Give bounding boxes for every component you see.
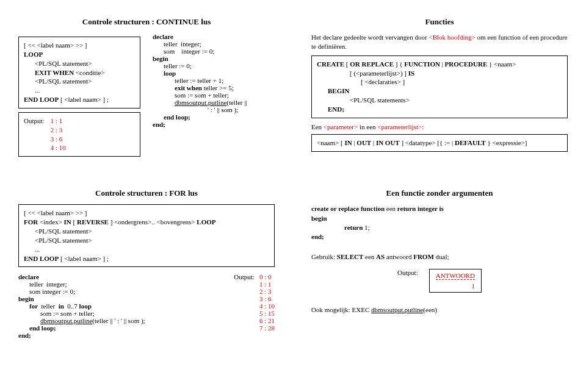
code-line: dbms​output.put​line(teller || ' : ' || …: [40, 317, 215, 324]
syntax-line: END;: [328, 105, 562, 114]
output-box: ANTWOORD 1: [429, 269, 482, 293]
syntax-line: BEGIN: [328, 87, 562, 96]
syntax-line: <PL/SQL statement>: [35, 236, 269, 245]
also-line: Ook mogelijk: EXEC dbms​output.put​line(…: [311, 306, 568, 313]
code-line: teller := 0;: [164, 62, 275, 69]
slide-functies: Functies Het declare gedeelte wordt verv…: [305, 12, 574, 165]
code-block: create or replace function een return in…: [311, 204, 568, 242]
output-value: 1: [436, 282, 475, 290]
output-row: 6 : 21: [259, 317, 275, 324]
syntax-line: FOR <index> IN [ REVERSE ] <ondergrens>.…: [24, 218, 269, 227]
code-line: som integer := 0;: [29, 288, 215, 295]
code-line: exit when teller >= 5;: [175, 84, 275, 91]
output-label: Output:: [397, 269, 418, 276]
code-and-output: declare teller integer; som integer := 0…: [18, 273, 275, 339]
syntax-line: EXIT WHEN <conditie>: [35, 68, 135, 77]
code-line: end;: [153, 121, 275, 128]
syntax-line: <PL/SQL statements>: [350, 96, 562, 105]
output-row: 2 : 3: [51, 126, 66, 135]
slide-for-loop: Controle structuren : FOR lus [ << <labe…: [12, 184, 281, 344]
syntax-box: [ << <label naam> >> ] FOR <index> IN [ …: [18, 204, 275, 267]
output-block: Output: 0 : 0 1 : 1 2 : 3 3 : 6 4 : 10 5…: [234, 273, 275, 332]
code-block: declare teller integer; som integer := 0…: [18, 273, 215, 339]
output-row: 0 : 0: [259, 273, 275, 280]
code-line: end loop;: [164, 113, 275, 121]
code-line: return 1;: [344, 223, 568, 232]
output-values: 1 : 1 2 : 3 3 : 6 4 : 10: [51, 116, 66, 152]
syntax-box: [ << <label naam> >> ] LOOP <PL/SQL stat…: [18, 37, 140, 109]
slide-continue-loop: Controle structuren : CONTINUE lus [ << …: [12, 12, 281, 165]
param-intro: Een <parameter> in een <parameterlijst>:: [311, 123, 568, 130]
code-line: declare: [18, 273, 215, 280]
param-box: <naam> [ IN | OUT | IN OUT ] <datatype> …: [311, 134, 568, 152]
slide-title: Functies: [311, 17, 568, 27]
code-line: create or replace function een return in…: [311, 204, 568, 213]
syntax-line: [ (<parameterlijst>) ] IS: [350, 69, 562, 78]
code-line: teller := teller + 1;: [175, 77, 275, 84]
code-line: end;: [18, 332, 215, 339]
code-line: ' : ' || som );: [208, 106, 275, 113]
output-row: 3 : 6: [51, 135, 66, 144]
slide-title: Controle structuren : FOR lus: [18, 188, 275, 198]
slide-function-noargs: Een functie zonder argumenten create or …: [305, 184, 574, 344]
usage-line: Gebruik: SELECT een AS antwoord FROM dua…: [311, 253, 568, 260]
syntax-line: CREATE [ OR REPLACE ] { FUNCTION | PROCE…: [317, 60, 562, 69]
syntax-line: END LOOP [ <label naam> ] ;: [24, 254, 269, 263]
output-values: 0 : 0 1 : 1 2 : 3 3 : 6 4 : 10 5 : 15 6 …: [259, 273, 275, 332]
slide-title: Een functie zonder argumenten: [311, 188, 568, 198]
output-row: 3 : 6: [259, 295, 275, 302]
code-line: end loop;: [29, 324, 215, 332]
output-row: 2 : 3: [259, 288, 275, 295]
output-row: Output: ANTWOORD 1: [311, 269, 568, 293]
output-label: Output:: [24, 116, 45, 152]
code-line: teller integer;: [29, 280, 215, 288]
syntax-line: END LOOP [ <label naam> ] ;: [24, 95, 135, 104]
page-grid: Controle structuren : CONTINUE lus [ << …: [12, 12, 574, 344]
output-row: 7 : 28: [259, 324, 275, 332]
code-line: end;: [311, 232, 568, 241]
output-row: 1 : 1: [51, 116, 66, 126]
output-box: Output: 1 : 1 2 : 3 3 : 6 4 : 10: [18, 112, 140, 157]
code-line: teller integer;: [164, 40, 275, 48]
code-line: begin: [18, 295, 215, 302]
output-row: 5 : 15: [259, 310, 275, 317]
code-line: som integer := 0;: [164, 48, 275, 55]
code-line: som := som + teller;: [175, 91, 275, 99]
code-line: begin: [311, 214, 568, 223]
code-line: begin: [153, 55, 275, 62]
syntax-line: <naam> [ IN | OUT | IN OUT ] <datatype> …: [317, 138, 562, 148]
output-label: Output:: [234, 273, 255, 332]
syntax-line: ...: [35, 86, 135, 95]
syntax-line: [ << <label naam> >> ]: [24, 208, 269, 218]
syntax-line: [ << <label naam> >> ]: [24, 41, 135, 50]
slide-title: Controle structuren : CONTINUE lus: [18, 17, 275, 27]
code-line: dbms​output.put​line(teller ||: [175, 99, 275, 106]
syntax-box: CREATE [ OR REPLACE ] { FUNCTION | PROCE…: [311, 55, 568, 118]
output-row: 4 : 10: [259, 302, 275, 310]
code-line: declare: [153, 33, 275, 40]
code-line: for teller in 0..7 loop: [29, 302, 215, 310]
syntax-line: ...: [35, 245, 269, 254]
syntax-line: <PL/SQL statement>: [35, 77, 135, 86]
code-line: loop: [164, 69, 275, 77]
code-line: som := som + teller;: [40, 310, 215, 317]
two-columns: [ << <label naam> >> ] LOOP <PL/SQL stat…: [18, 33, 275, 160]
syntax-line: LOOP: [24, 50, 135, 59]
output-header: ANTWOORD: [436, 272, 475, 280]
right-col: declare teller integer; som integer := 0…: [153, 33, 275, 160]
syntax-line: <PL/SQL statement>: [35, 227, 269, 236]
output-row: 4 : 10: [51, 143, 66, 152]
syntax-line: <PL/SQL statement>: [35, 59, 135, 68]
left-col: [ << <label naam> >> ] LOOP <PL/SQL stat…: [18, 33, 140, 160]
intro-text: Het declare gedeelte wordt vervangen doo…: [311, 33, 568, 52]
syntax-line: [ <declaraties> ]: [361, 77, 562, 87]
output-row: 1 : 1: [259, 280, 275, 288]
